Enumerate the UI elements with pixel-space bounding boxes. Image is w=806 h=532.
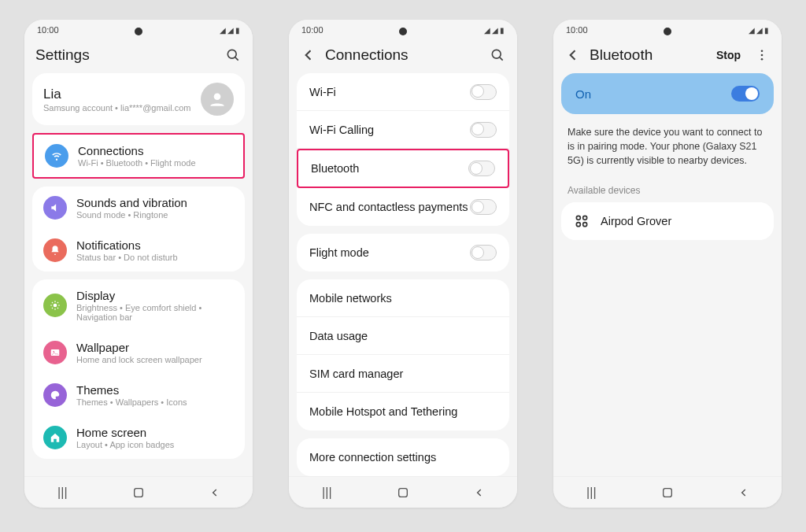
svg-point-13 xyxy=(576,216,580,220)
bluetooth-on-panel[interactable]: On xyxy=(561,73,774,114)
account-card[interactable]: Lia Samsung account • lia****@gmail.com xyxy=(32,73,245,125)
status-bar: 10:00 ◢◢▮ xyxy=(24,20,253,40)
account-name: Lia xyxy=(43,87,191,102)
svg-point-10 xyxy=(761,50,763,52)
svg-line-8 xyxy=(500,57,503,61)
hotspot-item[interactable]: Mobile Hotspot and Tethering xyxy=(297,393,509,430)
settings-header: Settings xyxy=(24,40,253,73)
svg-point-2 xyxy=(214,93,221,100)
page-title: Settings xyxy=(35,46,216,64)
more-settings-item[interactable]: More connection settings xyxy=(297,438,509,476)
page-title: Connections xyxy=(325,46,481,64)
bluetooth-content[interactable]: On Make sure the device you want to conn… xyxy=(553,73,782,476)
home-button[interactable] xyxy=(658,486,677,499)
camera-notch xyxy=(664,28,671,35)
headphones-icon xyxy=(574,213,590,229)
nav-bar: ||| xyxy=(553,476,782,508)
wifi-toggle[interactable] xyxy=(470,84,497,100)
pairing-info: Make sure the device you want to connect… xyxy=(561,125,774,180)
svg-line-1 xyxy=(235,57,238,61)
account-sub: Samsung account • lia****@gmail.com xyxy=(43,103,191,113)
flight-mode-item[interactable]: Flight mode xyxy=(297,234,509,272)
notifications-item[interactable]: Notifications Status bar • Do not distur… xyxy=(32,229,245,272)
more-icon[interactable] xyxy=(753,46,771,64)
wifi-calling-toggle[interactable] xyxy=(470,122,497,138)
nfc-item[interactable]: NFC and contactless payments xyxy=(297,188,509,226)
search-icon[interactable] xyxy=(489,46,506,64)
back-button[interactable] xyxy=(205,487,224,498)
svg-point-16 xyxy=(583,223,587,227)
home-button[interactable] xyxy=(129,486,148,499)
bluetooth-header: Bluetooth Stop xyxy=(553,40,782,73)
search-icon[interactable] xyxy=(224,46,242,64)
connections-header: Connections xyxy=(289,40,517,73)
homescreen-item[interactable]: Home screen Layout • App icon badges xyxy=(32,416,245,459)
image-icon xyxy=(43,341,67,364)
svg-point-3 xyxy=(54,304,57,308)
mobile-networks-item[interactable]: Mobile networks xyxy=(297,279,509,317)
device-name: Airpod Grover xyxy=(601,215,671,227)
camera-notch xyxy=(135,28,142,35)
avatar-icon xyxy=(201,83,234,116)
camera-notch xyxy=(399,28,407,35)
connections-title: Connections xyxy=(78,144,232,157)
svg-point-7 xyxy=(492,50,501,58)
home-icon xyxy=(43,426,67,449)
svg-point-5 xyxy=(53,351,54,353)
bluetooth-toggle[interactable] xyxy=(468,161,495,176)
bell-icon xyxy=(43,238,67,262)
settings-content[interactable]: Lia Samsung account • lia****@gmail.com … xyxy=(24,73,253,476)
wifi-calling-item[interactable]: Wi-Fi Calling xyxy=(297,111,509,149)
available-devices-label: Available devices xyxy=(561,180,774,202)
recents-button[interactable]: ||| xyxy=(317,486,336,500)
wallpaper-item[interactable]: Wallpaper Home and lock screen wallpaper xyxy=(32,331,245,374)
svg-point-14 xyxy=(583,216,587,220)
themes-item[interactable]: Themes Themes • Wallpapers • Icons xyxy=(32,374,245,416)
data-usage-item[interactable]: Data usage xyxy=(297,317,509,355)
sound-icon xyxy=(43,196,67,220)
flight-mode-toggle[interactable] xyxy=(470,245,497,260)
sim-card-item[interactable]: SIM card manager xyxy=(297,355,509,393)
wifi-icon xyxy=(45,144,68,168)
svg-point-11 xyxy=(761,54,763,57)
sounds-item[interactable]: Sounds and vibration Sound mode • Ringto… xyxy=(32,187,245,229)
nav-bar: ||| xyxy=(24,476,253,508)
settings-screen: 10:00 ◢◢▮ Settings Lia Samsung account •… xyxy=(24,20,253,508)
bluetooth-item[interactable]: Bluetooth xyxy=(297,149,509,188)
recents-button[interactable]: ||| xyxy=(582,486,601,500)
svg-rect-17 xyxy=(664,488,672,497)
nav-bar: ||| xyxy=(289,476,517,508)
svg-rect-6 xyxy=(135,488,143,497)
wifi-item[interactable]: Wi-Fi xyxy=(297,73,509,111)
back-icon[interactable] xyxy=(300,46,317,64)
connections-content[interactable]: Wi-Fi Wi-Fi Calling Bluetooth NFC and co… xyxy=(289,73,517,476)
device-item[interactable]: Airpod Grover xyxy=(561,202,774,240)
connections-sub: Wi-Fi • Bluetooth • Flight mode xyxy=(78,158,232,168)
status-time: 10:00 xyxy=(37,25,59,35)
home-button[interactable] xyxy=(394,486,412,499)
bluetooth-screen: 10:00 ◢◢▮ Bluetooth Stop On Make sure th… xyxy=(553,20,782,508)
connections-item[interactable]: Connections Wi-Fi • Bluetooth • Flight m… xyxy=(32,133,245,179)
palette-icon xyxy=(43,383,67,407)
recents-button[interactable]: ||| xyxy=(53,486,72,500)
on-label: On xyxy=(575,87,591,101)
page-title: Bluetooth xyxy=(590,46,704,64)
display-item[interactable]: Display Brightness • Eye comfort shield … xyxy=(32,279,245,331)
status-icons: ◢◢▮ xyxy=(220,26,240,35)
bluetooth-master-toggle[interactable] xyxy=(731,86,760,102)
stop-button[interactable]: Stop xyxy=(712,49,745,61)
back-button[interactable] xyxy=(734,487,753,498)
back-icon[interactable] xyxy=(564,46,582,64)
svg-point-0 xyxy=(227,50,236,58)
svg-rect-9 xyxy=(399,488,408,497)
nfc-toggle[interactable] xyxy=(470,199,497,215)
sun-icon xyxy=(43,294,67,317)
svg-point-12 xyxy=(761,58,763,61)
status-bar: 10:00 ◢◢▮ xyxy=(553,20,782,40)
back-button[interactable] xyxy=(470,487,489,498)
connections-screen: 10:00 ◢◢▮ Connections Wi-Fi Wi-Fi Callin… xyxy=(289,20,517,508)
svg-point-15 xyxy=(576,223,580,227)
status-bar: 10:00 ◢◢▮ xyxy=(289,20,517,40)
